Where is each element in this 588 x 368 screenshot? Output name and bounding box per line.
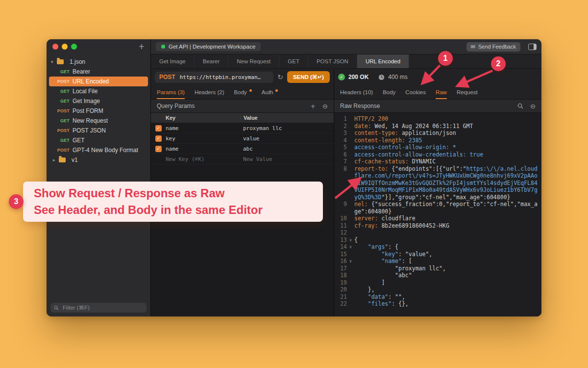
sidebar: + ▾ 1.json GETBearerPOSTURL EncodedGETLo… bbox=[47, 39, 151, 316]
workspace-title-badge[interactable]: Get API | Development Workspace bbox=[156, 42, 261, 51]
sidebar-item-get[interactable]: GETGET bbox=[49, 135, 148, 145]
subtab-body[interactable]: Body bbox=[234, 85, 252, 99]
sidebar-item-gpt-4-new-body-format[interactable]: POSTGPT-4 New Body Format bbox=[49, 145, 148, 155]
filter-input[interactable] bbox=[62, 304, 143, 311]
fold-chevron-icon bbox=[347, 222, 354, 230]
request-name: GET bbox=[73, 137, 85, 144]
request-method-label: POST bbox=[51, 148, 70, 153]
zoom-window-button[interactable] bbox=[71, 44, 77, 50]
tab-get-image[interactable]: Get Image bbox=[151, 54, 195, 68]
code-text: content-type: application/json bbox=[354, 130, 541, 137]
refresh-icon[interactable]: ↻ bbox=[277, 73, 283, 81]
checkbox-checked[interactable] bbox=[155, 125, 162, 131]
new-param-row[interactable]: New Key (⌘K) New Value bbox=[151, 154, 334, 164]
add-request-icon[interactable]: + bbox=[138, 43, 145, 51]
fold-chevron-icon bbox=[347, 130, 354, 137]
tab-new-request[interactable]: New Request bbox=[228, 54, 279, 68]
tab-post-json[interactable]: POST JSON bbox=[308, 54, 357, 68]
fold-chevron-icon bbox=[347, 265, 354, 272]
subtab-cookies[interactable]: Cookies bbox=[405, 85, 426, 99]
subtab-headers-2[interactable]: Headers (2) bbox=[195, 85, 224, 99]
code-text: "files": {}, bbox=[354, 300, 541, 308]
search-icon[interactable] bbox=[517, 103, 523, 109]
code-text: "abc" bbox=[354, 272, 541, 279]
param-key[interactable]: name bbox=[166, 125, 240, 131]
table-row[interactable]: nameproxyman llc bbox=[151, 123, 334, 133]
line-number: 8 bbox=[334, 165, 347, 201]
fold-chevron-icon[interactable]: ∨ bbox=[347, 237, 354, 244]
app-window: + ▾ 1.json GETBearerPOSTURL EncodedGETLo… bbox=[47, 39, 541, 316]
code-text: "key": "value", bbox=[354, 251, 541, 258]
window-controls: + bbox=[47, 39, 150, 54]
line-number: 9 bbox=[334, 201, 347, 215]
collapse-icon[interactable]: ⊖ bbox=[530, 103, 536, 109]
editor-line: 3content-type: application/json bbox=[334, 130, 541, 137]
close-window-button[interactable] bbox=[52, 44, 58, 50]
param-value[interactable]: proxyman llc bbox=[240, 125, 334, 131]
subtab-body[interactable]: Body bbox=[383, 85, 395, 99]
subtab-request[interactable]: Request bbox=[457, 85, 478, 99]
chevron-down-icon[interactable]: ▾ bbox=[51, 59, 57, 64]
raw-response-editor[interactable]: 1HTTP/2 2002date: Wed, 14 Aug 2024 06:31… bbox=[334, 113, 541, 316]
fold-chevron-icon[interactable]: ∨ bbox=[347, 243, 354, 251]
fold-chevron-icon bbox=[347, 137, 354, 144]
line-number: 14 bbox=[334, 243, 347, 251]
request-tabs-bar: Get ImageBearerNew RequestGETPOST JSONUR… bbox=[151, 54, 541, 69]
toggle-panel-icon[interactable] bbox=[528, 44, 537, 50]
sidebar-item-new-request[interactable]: GETNew Request bbox=[49, 116, 148, 126]
code-text: }, bbox=[354, 286, 541, 293]
chevron-right-icon[interactable]: ▸ bbox=[53, 158, 59, 162]
subtab-headers-10[interactable]: Headers (10) bbox=[340, 85, 373, 99]
table-row[interactable]: keyvalue bbox=[151, 133, 334, 144]
tab-bearer[interactable]: Bearer bbox=[195, 54, 229, 68]
fold-chevron-icon[interactable]: ∨ bbox=[347, 258, 354, 265]
table-row[interactable]: nameabc bbox=[151, 144, 334, 154]
minimize-window-button[interactable] bbox=[62, 44, 68, 50]
checkbox-checked[interactable] bbox=[155, 146, 162, 152]
subtab-auth[interactable]: Auth bbox=[262, 85, 278, 99]
request-method-label: GET bbox=[51, 69, 70, 74]
subtab-params-3[interactable]: Params (3) bbox=[157, 85, 185, 99]
callout-line-2: See Header, and Body in the same Editor bbox=[34, 202, 312, 218]
subtab-label: Body bbox=[234, 89, 247, 95]
params-table-rows: nameproxyman llckeyvaluenameabc bbox=[151, 123, 334, 154]
sidebar-folder-v1[interactable]: ▸ v1 bbox=[49, 155, 148, 165]
subtab-raw[interactable]: Raw bbox=[436, 85, 447, 99]
sidebar-item-bearer[interactable]: GETBearer bbox=[49, 67, 148, 77]
param-key[interactable]: name bbox=[166, 146, 240, 152]
sidebar-item-post-json[interactable]: POSTPOST JSON bbox=[49, 126, 148, 135]
request-url: https://httpbin.proxyman… bbox=[180, 74, 261, 80]
tab-url-encoded[interactable]: URL Encoded bbox=[357, 54, 409, 68]
remove-param-icon[interactable]: ⊖ bbox=[322, 103, 328, 109]
sidebar-folder-1json[interactable]: ▾ 1.json bbox=[49, 57, 148, 67]
new-value-placeholder[interactable]: New Value bbox=[240, 156, 334, 162]
line-number: 1 bbox=[334, 115, 347, 123]
titlebar: Get API | Development Workspace ✉ Send F… bbox=[151, 39, 541, 54]
fold-chevron-icon bbox=[347, 151, 354, 158]
sidebar-item-local-file[interactable]: GETLocal File bbox=[49, 86, 148, 96]
request-name: URL Encoded bbox=[73, 78, 109, 85]
tab-get[interactable]: GET bbox=[279, 54, 308, 68]
param-key[interactable]: key bbox=[166, 135, 240, 142]
add-param-icon[interactable]: + bbox=[310, 103, 316, 109]
checkbox-checked[interactable] bbox=[155, 135, 162, 142]
sidebar-item-post-form[interactable]: POSTPost FORM bbox=[49, 106, 148, 116]
param-value[interactable]: value bbox=[240, 135, 334, 142]
line-number: 16 bbox=[334, 258, 347, 265]
new-key-placeholder[interactable]: New Key (⌘K) bbox=[166, 156, 240, 162]
send-feedback-button[interactable]: ✉ Send Feedback bbox=[466, 42, 520, 52]
fold-chevron-icon bbox=[347, 144, 354, 151]
url-field[interactable]: POST https://httpbin.proxyman… bbox=[155, 72, 273, 83]
param-value[interactable]: abc bbox=[240, 146, 334, 152]
sidebar-item-get-image[interactable]: GETGet Image bbox=[49, 96, 148, 106]
response-time-value: 400 ms bbox=[388, 74, 407, 80]
folder-icon bbox=[59, 158, 66, 162]
checkbox-cell bbox=[151, 135, 166, 142]
sidebar-item-url-encoded[interactable]: POSTURL Encoded bbox=[49, 77, 148, 86]
editor-line: 13∨{ bbox=[334, 237, 541, 244]
sidebar-filter[interactable] bbox=[50, 303, 147, 313]
params-table-header: Key Value bbox=[151, 113, 334, 123]
code-text: "args": { bbox=[354, 243, 541, 251]
line-number: 17 bbox=[334, 265, 347, 272]
send-button[interactable]: SEND (⌘↵) bbox=[287, 71, 330, 83]
